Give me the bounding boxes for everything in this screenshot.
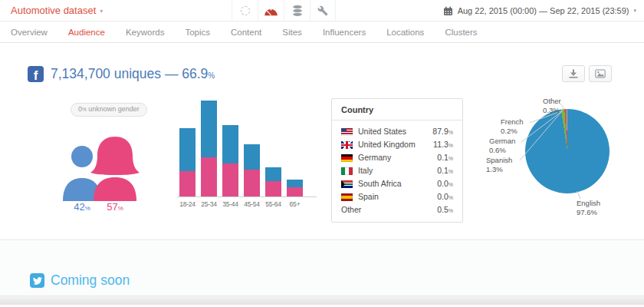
pie-label-value: 0.2%	[501, 127, 518, 135]
country-percentage: 87.9%	[432, 127, 453, 137]
age-bar-25-34[interactable]	[201, 101, 217, 196]
age-bar-female-segment	[265, 181, 281, 196]
tab-overview[interactable]: Overview	[11, 28, 48, 37]
facebook-audience-panel: f 7,134,700 uniques — 66.9% 0% unknown g…	[0, 43, 644, 240]
age-bar-female-segment	[179, 171, 196, 196]
age-bar-female-segment	[201, 157, 217, 196]
age-chart-axis	[177, 196, 317, 197]
language-pie-panel: English97.6%Spanish1.3%German0.6%French0…	[475, 87, 644, 233]
wrench-icon[interactable]	[310, 0, 336, 21]
country-row-united-kingdom: United Kingdom11.3%	[332, 138, 462, 151]
database-glyph	[292, 5, 303, 17]
de-flag-icon	[341, 154, 353, 162]
pie-label-name: English	[577, 199, 600, 208]
country-row-germany: Germany0.1%	[332, 151, 462, 164]
country-rows: United States87.9%United Kingdom11.3%Ger…	[332, 120, 462, 222]
age-bar-18-24[interactable]	[179, 128, 196, 196]
age-axis-label: 55-64	[265, 200, 281, 208]
age-bar-female-segment	[287, 187, 303, 196]
chevron-down-icon: ▾	[633, 8, 636, 14]
country-name: Italy	[358, 166, 373, 176]
tab-keywords[interactable]: Keywords	[126, 28, 165, 37]
country-name: South Africa	[358, 179, 402, 189]
date-range-label: Aug 22, 2015 (00:00) — Sep 22, 2015 (23:…	[458, 6, 629, 15]
main-nav: Overview Audience Keywords Topics Conten…	[0, 21, 644, 43]
age-bar-65+[interactable]	[287, 180, 303, 196]
pie-label-name: Other	[543, 97, 561, 106]
country-row-other: Other0.5%	[332, 203, 462, 216]
pie-label-name: German	[489, 137, 515, 146]
calendar-icon	[443, 6, 453, 16]
country-percentage: 0.5%	[437, 205, 453, 216]
age-bar-male-segment	[222, 125, 238, 163]
age-axis-label: 18-24	[179, 200, 196, 208]
date-range-selector[interactable]: Aug 22, 2015 (00:00) — Sep 22, 2015 (23:…	[443, 0, 636, 21]
download-button[interactable]	[562, 65, 585, 82]
tab-topics[interactable]: Topics	[185, 28, 210, 37]
pie-label-spanish: Spanish1.3%	[486, 156, 512, 173]
pie-label-value: 97.6%	[577, 208, 597, 216]
age-axis-label: 65+	[287, 200, 303, 208]
export-image-button[interactable]	[589, 65, 612, 82]
footer-strip	[0, 295, 644, 305]
country-percentage: 0.1%	[437, 166, 453, 177]
twitter-audience-panel: Coming soon	[0, 240, 644, 295]
country-percentage: 0.0%	[437, 179, 453, 190]
pie-label-value: 0.3%	[543, 106, 560, 114]
dataset-selector[interactable]: Automotive dataset▾	[11, 0, 103, 22]
country-table: Country United States87.9%United Kingdom…	[331, 98, 463, 223]
age-bar-female-segment	[222, 163, 238, 196]
it-flag-icon	[341, 167, 353, 175]
percent-symbol: %	[449, 130, 453, 135]
pie-label-other: Other0.3%	[543, 97, 561, 114]
dashboard-icon[interactable]	[258, 0, 284, 21]
age-bar-labels: 18-2425-3435-4445-5455-6465+	[179, 200, 303, 208]
country-row-italy: Italy0.1%	[332, 164, 462, 177]
age-bar-female-segment	[244, 170, 260, 196]
tab-clusters[interactable]: Clusters	[445, 28, 477, 37]
age-axis-label: 35-44	[222, 200, 238, 208]
percent-symbol: %	[449, 195, 453, 200]
tab-sites[interactable]: Sites	[282, 28, 302, 37]
gender-silhouettes	[60, 137, 143, 201]
country-row-united-states: United States87.9%	[332, 125, 462, 138]
twitter-icon	[30, 273, 44, 288]
es-flag-icon	[341, 193, 353, 201]
image-icon	[595, 69, 606, 78]
database-icon[interactable]	[284, 0, 310, 21]
tab-influencers[interactable]: Influencers	[323, 28, 366, 37]
tab-locations[interactable]: Locations	[386, 28, 424, 37]
age-bar-chart	[179, 98, 317, 196]
pie-label-value: 1.3%	[486, 165, 503, 173]
chevron-down-icon: ▾	[100, 8, 103, 15]
top-bar: Automotive dataset▾	[0, 0, 644, 21]
age-axis-label: 25-34	[201, 200, 217, 208]
export-buttons	[562, 65, 612, 82]
refresh-icon[interactable]	[232, 0, 258, 21]
pie-label-german: German0.6%	[489, 137, 515, 154]
country-table-header: Country	[332, 99, 462, 120]
facebook-uniques-title: 7,134,700 uniques — 66.9%	[51, 66, 215, 82]
age-bar-male-segment	[201, 101, 217, 157]
age-bar-45-54[interactable]	[244, 144, 260, 196]
topbar-icon-group	[232, 0, 336, 21]
language-pie-chart[interactable]	[525, 109, 610, 193]
age-bar-male-segment	[265, 167, 281, 181]
age-bar-55-64[interactable]	[265, 167, 281, 196]
twitter-header: Coming soon	[30, 272, 130, 289]
age-bar-35-44[interactable]	[222, 125, 238, 196]
percent-symbol: %	[449, 169, 453, 174]
country-name: United Kingdom	[358, 140, 416, 150]
country-name: United States	[358, 127, 406, 137]
tab-audience[interactable]: Audience	[68, 28, 105, 37]
leader-line-english	[577, 191, 580, 199]
za-flag-icon	[341, 180, 353, 188]
tab-content[interactable]: Content	[231, 28, 261, 37]
age-bar-male-segment	[287, 180, 303, 187]
country-name: Other	[341, 205, 361, 215]
female-silhouette	[90, 137, 140, 201]
percent-symbol: %	[449, 208, 453, 213]
twitter-bird-glyph	[33, 276, 42, 286]
percent-symbol: %	[449, 182, 453, 187]
male-percentage: 42%	[67, 201, 97, 213]
